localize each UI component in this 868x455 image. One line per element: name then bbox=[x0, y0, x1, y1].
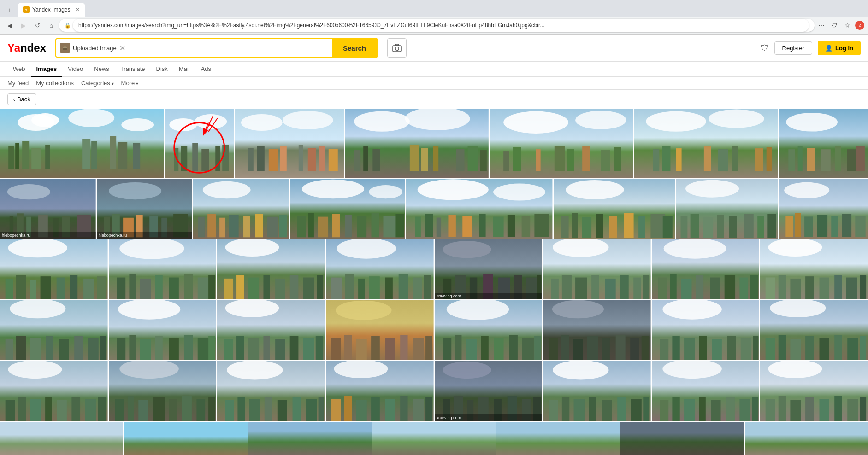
image-item[interactable]: kraeving.com bbox=[435, 239, 543, 299]
tab-web[interactable]: Web bbox=[7, 62, 31, 77]
image-item[interactable] bbox=[760, 239, 868, 299]
image-item[interactable] bbox=[290, 179, 405, 239]
login-button[interactable]: 👤 Log in bbox=[818, 41, 861, 55]
image-item-annotated[interactable] bbox=[165, 109, 233, 178]
svg-rect-121 bbox=[318, 217, 328, 238]
clear-search-btn[interactable]: ✕ bbox=[119, 44, 125, 52]
image-item[interactable] bbox=[634, 109, 778, 178]
active-tab[interactable]: Y Yandex Images ✕ bbox=[18, 3, 85, 17]
image-item[interactable] bbox=[0, 422, 123, 455]
svg-rect-293 bbox=[443, 338, 451, 360]
svg-rect-76 bbox=[732, 146, 738, 171]
image-item[interactable] bbox=[760, 361, 868, 421]
refresh-btn-browser[interactable]: ↺ bbox=[31, 19, 43, 31]
image-item[interactable] bbox=[217, 361, 325, 421]
image-item[interactable] bbox=[0, 300, 108, 360]
svg-rect-304 bbox=[561, 335, 569, 360]
image-item[interactable] bbox=[248, 422, 372, 455]
back-button[interactable]: ‹ Back bbox=[7, 93, 36, 105]
svg-rect-395 bbox=[684, 399, 695, 421]
home-btn-browser[interactable]: ⌂ bbox=[45, 19, 57, 31]
address-input[interactable] bbox=[73, 19, 809, 32]
image-item[interactable] bbox=[779, 179, 868, 239]
svg-rect-176 bbox=[41, 276, 51, 299]
svg-point-352 bbox=[227, 361, 283, 379]
image-item[interactable] bbox=[543, 239, 651, 299]
image-item[interactable] bbox=[543, 300, 651, 360]
image-item[interactable] bbox=[326, 239, 434, 299]
tab-video[interactable]: Video bbox=[62, 62, 89, 77]
svg-point-46 bbox=[354, 111, 410, 132]
image-item[interactable] bbox=[676, 179, 778, 239]
image-item[interactable] bbox=[435, 300, 543, 360]
tab-news[interactable]: News bbox=[89, 62, 115, 77]
image-item[interactable] bbox=[109, 361, 217, 421]
svg-rect-146 bbox=[596, 214, 603, 238]
extensions-icon[interactable]: ⋯ bbox=[816, 20, 827, 30]
svg-rect-253 bbox=[6, 339, 13, 360]
sub-nav-more[interactable]: More bbox=[121, 80, 138, 87]
shield-browser-icon[interactable]: 🛡 bbox=[829, 20, 839, 30]
svg-rect-285 bbox=[356, 339, 366, 360]
camera-search-btn[interactable] bbox=[387, 38, 407, 58]
image-item[interactable] bbox=[652, 239, 760, 299]
svg-rect-386 bbox=[589, 397, 596, 421]
image-item[interactable] bbox=[652, 361, 760, 421]
svg-rect-24 bbox=[174, 148, 179, 171]
svg-rect-326 bbox=[805, 336, 814, 360]
privacy-shield-icon[interactable]: 🛡 bbox=[761, 43, 769, 53]
image-item[interactable] bbox=[372, 422, 496, 455]
forward-btn-browser[interactable]: ▶ bbox=[18, 19, 30, 31]
image-item[interactable] bbox=[779, 109, 868, 178]
search-button[interactable]: Search bbox=[332, 38, 377, 58]
image-item[interactable] bbox=[760, 300, 868, 360]
star-icon[interactable]: ☆ bbox=[842, 20, 852, 30]
sub-nav-categories[interactable]: Categories bbox=[81, 80, 114, 87]
image-item[interactable] bbox=[0, 109, 164, 178]
tab-close-btn[interactable]: ✕ bbox=[75, 6, 80, 13]
image-item[interactable] bbox=[217, 239, 325, 299]
image-item[interactable] bbox=[124, 422, 247, 455]
image-item[interactable]: hlebopechka.ru bbox=[0, 179, 96, 239]
svg-rect-387 bbox=[602, 400, 612, 421]
image-item[interactable] bbox=[554, 179, 675, 239]
sub-nav-myfeed[interactable]: My feed bbox=[7, 80, 29, 87]
tab-ads[interactable]: Ads bbox=[195, 62, 217, 77]
svg-rect-108 bbox=[198, 217, 205, 238]
image-item[interactable] bbox=[496, 422, 620, 455]
svg-rect-408 bbox=[835, 396, 842, 421]
tab-images[interactable]: Images bbox=[31, 62, 63, 77]
new-tab-btn[interactable]: + bbox=[4, 4, 16, 16]
image-item[interactable] bbox=[326, 361, 434, 421]
image-item[interactable] bbox=[652, 300, 760, 360]
svg-rect-11 bbox=[45, 145, 50, 169]
back-btn-browser[interactable]: ◀ bbox=[4, 19, 16, 31]
svg-rect-384 bbox=[562, 397, 569, 421]
image-item[interactable] bbox=[235, 109, 344, 178]
register-button[interactable]: Register bbox=[774, 41, 812, 55]
image-item[interactable] bbox=[109, 300, 217, 360]
yandex-logo[interactable]: Yandex bbox=[7, 41, 46, 54]
image-item[interactable] bbox=[193, 179, 289, 239]
sub-nav-collections[interactable]: My collections bbox=[36, 80, 74, 87]
tab-translate[interactable]: Translate bbox=[115, 62, 151, 77]
tab-mail[interactable]: Mail bbox=[173, 62, 195, 77]
svg-rect-39 bbox=[269, 149, 278, 171]
svg-rect-65 bbox=[582, 146, 590, 171]
svg-rect-235 bbox=[681, 279, 691, 299]
tab-disk[interactable]: Disk bbox=[151, 62, 173, 77]
image-item[interactable] bbox=[326, 300, 434, 360]
image-item[interactable] bbox=[217, 300, 325, 360]
image-item[interactable] bbox=[406, 179, 552, 239]
image-item[interactable] bbox=[345, 109, 489, 178]
image-item[interactable]: kraeving.com bbox=[435, 361, 543, 421]
image-item[interactable] bbox=[0, 239, 108, 299]
image-item[interactable] bbox=[745, 422, 868, 455]
image-item[interactable] bbox=[0, 361, 108, 421]
image-item[interactable] bbox=[620, 422, 744, 455]
svg-rect-367 bbox=[385, 399, 395, 421]
image-item[interactable] bbox=[109, 239, 217, 299]
image-item[interactable]: hlebopechka.ru bbox=[97, 179, 193, 239]
image-item[interactable] bbox=[490, 109, 633, 178]
image-item[interactable] bbox=[543, 361, 651, 421]
